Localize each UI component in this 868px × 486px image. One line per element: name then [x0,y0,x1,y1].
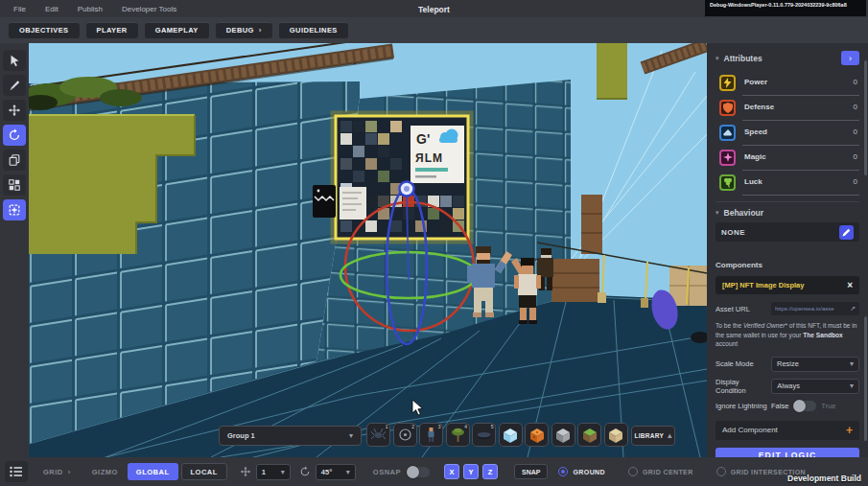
group-selector[interactable]: Group 1 ▾ [219,426,362,446]
shark-nft [313,185,336,218]
move-icon [8,104,21,117]
toggle-knob [407,466,419,478]
map-nft [340,187,366,220]
global-button[interactable]: GLOBAL [128,463,178,480]
viewport-3d[interactable]: G' ЯLM [29,43,707,457]
lava-cube-icon [528,427,546,444]
asset-url-label: Asset URL [716,305,750,313]
menu-edit[interactable]: Edit [45,5,59,13]
attribute-row-speed: Speed0 [716,120,859,145]
rotate-tool-button[interactable] [3,125,26,146]
rotate-step-select[interactable]: 45°▾ [316,464,356,480]
axis-y-button[interactable]: Y [463,464,479,479]
boat-icon [476,427,492,443]
attribute-value[interactable]: 0 [854,103,857,111]
paint-tool-button[interactable] [3,75,26,96]
external-link-icon[interactable]: ↗ [850,305,856,312]
edit-behaviour-button[interactable] [839,225,854,240]
asset-thumb-target[interactable]: 2 [393,423,417,447]
asset-url-input[interactable]: https://opensea.io/asse ↗ [771,302,859,315]
select-tool-button[interactable] [3,50,26,71]
divider [716,201,859,202]
ignore-lightning-toggle[interactable] [793,401,816,411]
rotate-icon [8,128,21,142]
attribute-row-luck: Luck0 [716,170,859,195]
tool-rail [0,43,29,457]
viewport-3d-scene[interactable]: G' ЯLM [29,43,707,457]
menu-file[interactable]: File [13,5,26,13]
add-component-button[interactable]: Add Component + [716,421,859,440]
grid-chevron-icon[interactable]: › [68,468,71,476]
asset-thumb-tree[interactable]: 4 [446,423,470,447]
layout-icon [8,178,21,192]
group-tool-button[interactable] [3,174,26,196]
panel-scrollbar[interactable] [864,316,867,441]
menu-publish[interactable]: Publish [78,5,103,13]
green-block-right[interactable] [597,43,627,99]
snap-ground-option[interactable]: GROUND [558,467,605,476]
attribute-value[interactable]: 0 [854,78,857,86]
player-button[interactable]: PLAYER [86,22,138,38]
editor-toolbar: OBJECTIVES PLAYER GAMEPLAY DEBUG› GUIDEL… [0,17,868,43]
attributes-expand-button[interactable]: › [841,51,859,65]
toggle-knob [793,400,806,412]
objectives-button[interactable]: OBJECTIVES [9,22,80,38]
chevron-up-icon: ▴ [668,431,671,440]
component-nft-image-display[interactable]: [MP] NFT Image Display × [716,276,859,294]
asset-thumb-grass-cube[interactable] [577,423,601,447]
move-step-select[interactable]: 1▾ [256,464,291,480]
collapse-triangle-icon: ▾ [716,55,719,62]
gameplay-label: GAMEPLAY [155,26,199,35]
scale-mode-dropdown[interactable]: Resize▾ [771,357,859,372]
asset-thumb-boat[interactable]: 5 [472,423,496,447]
panel-scrollbar[interactable] [864,60,867,175]
axis-x-button[interactable]: X [444,464,459,479]
nft-image-display-board[interactable]: G' ЯLM [313,113,471,242]
chevron-down-icon: ▾ [346,468,350,476]
collapse-triangle-icon: ▾ [716,209,719,217]
asset-thumb-sand-cube[interactable] [604,423,628,447]
grid-label[interactable]: GRID [43,468,63,476]
menu-developer-tools[interactable]: Developer Tools [122,5,176,13]
library-button[interactable]: LIBRARY ▴ [631,426,675,446]
build-id-label: Debug-WindowsPlayer-0.11.0.779-202403223… [705,0,866,16]
local-button[interactable]: LOCAL [181,463,227,480]
attribute-value[interactable]: 0 [854,177,857,186]
list-icon [10,466,23,477]
asset-thumb-stone-cube[interactable] [551,423,575,447]
grass-cube-icon [581,427,598,444]
gameplay-button[interactable]: GAMEPLAY [145,22,209,38]
asset-thumb-lava-cube[interactable] [525,423,549,447]
snap-grid-center-option[interactable]: GRID CENTER [628,467,693,476]
nft-owner-note: To be the Verified Owner* of this NFT, i… [716,321,859,349]
inspector-panel: ▾ Attributes › Power0 Defense0 Speed0 Ma… [707,43,868,457]
debug-button[interactable]: DEBUG› [216,22,272,38]
duplicate-tool-button[interactable] [3,150,26,171]
remove-component-icon[interactable]: × [847,281,853,290]
guidelines-button[interactable]: GUIDELINES [279,22,348,38]
add-asset-tool-button[interactable] [3,199,26,220]
attribute-value[interactable]: 0 [854,152,857,161]
display-condition-row: Display Condition Always▾ [716,378,859,395]
attributes-header[interactable]: ▾ Attributes › [716,51,859,65]
asset-thumb-spider[interactable]: 1 [366,423,390,447]
behaviour-value: NONE [721,228,745,237]
nft-logo-tile: G' ЯLM [411,126,464,183]
osnap-toggle[interactable] [407,467,430,477]
axis-z-button[interactable]: Z [482,464,498,479]
brush-icon [8,79,21,92]
cursor-icon [8,54,21,67]
library-label: LIBRARY [634,432,664,439]
asset-thumb-ice-cube[interactable] [499,423,523,447]
outliner-button[interactable] [5,461,28,482]
development-build-label: Development Build [787,474,861,483]
add-box-icon [8,203,21,217]
behaviour-title: Behaviour [724,208,859,218]
display-condition-dropdown[interactable]: Always▾ [771,379,859,394]
move-tool-button[interactable] [3,100,26,121]
attribute-value[interactable]: 0 [854,127,857,136]
behaviour-header[interactable]: ▾ Behaviour [716,208,859,218]
asset-thumb-character[interactable]: 3 [419,423,443,447]
snap-grid-center-label: GRID CENTER [643,469,693,475]
sand-cube-icon [607,427,624,444]
